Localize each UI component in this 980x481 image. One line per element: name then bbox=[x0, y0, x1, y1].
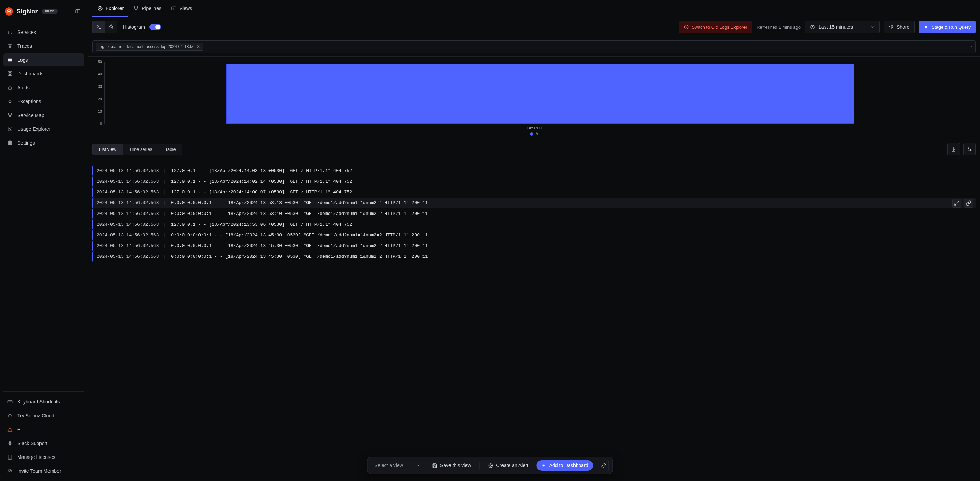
log-row[interactable]: 2024-05-13 14:56:02.563|127.0.0.1 - - [1… bbox=[92, 165, 976, 176]
add-to-dashboard-button[interactable]: Add to Dashboard bbox=[537, 460, 593, 471]
log-timestamp: 2024-05-13 14:56:02.563 bbox=[97, 233, 159, 238]
query-input[interactable]: log.file.name = localhost_access_log.202… bbox=[92, 40, 976, 53]
sidebar-item-services[interactable]: Services bbox=[3, 25, 84, 39]
add-to-dashboard-label: Add to Dashboard bbox=[549, 463, 589, 468]
sidebar-item-label: -- bbox=[18, 427, 21, 432]
run-query-label: Stage & Run Query bbox=[932, 25, 970, 30]
bell-icon bbox=[7, 84, 13, 90]
log-body: 127.0.0.1 - - [18/Apr/2024:13:53:06 +053… bbox=[171, 222, 352, 227]
log-body: 0:0:0:0:0:0:0:1 - - [18/Apr/2024:13:53:1… bbox=[171, 211, 428, 216]
tab-pipelines[interactable]: Pipelines bbox=[129, 0, 166, 17]
separator: | bbox=[161, 190, 168, 195]
filter-chip[interactable]: log.file.name = localhost_access_log.202… bbox=[95, 43, 203, 51]
format-options-button[interactable] bbox=[963, 143, 976, 156]
refreshed-label: Refreshed 1 mins ago bbox=[757, 25, 800, 30]
chart-legend: A bbox=[92, 132, 976, 137]
sidebar-item-label: Keyboard Shortcuts bbox=[18, 399, 60, 405]
floating-action-bar: Select a view Save this view Create an A… bbox=[367, 457, 612, 474]
sidebar-item-manage-licenses[interactable]: Manage Licenses bbox=[3, 451, 84, 464]
create-alert-label: Create an Alert bbox=[496, 463, 528, 468]
separator: | bbox=[161, 222, 168, 227]
share-button[interactable]: Share bbox=[884, 21, 915, 33]
log-list[interactable]: 2024-05-13 14:56:02.563|127.0.0.1 - - [1… bbox=[88, 159, 980, 481]
view-tab-list-view[interactable]: List view bbox=[93, 144, 123, 155]
separator: | bbox=[161, 243, 168, 248]
sidebar-item--[interactable]: -- bbox=[3, 423, 84, 436]
chip-remove-icon[interactable]: ✕ bbox=[197, 44, 200, 49]
gridline bbox=[105, 62, 976, 62]
sidebar-item-exceptions[interactable]: Exceptions bbox=[3, 95, 84, 108]
row-actions bbox=[952, 198, 973, 208]
sidebar-item-invite-team-member[interactable]: Invite Team Member bbox=[3, 464, 84, 478]
save-icon bbox=[432, 463, 438, 468]
sidebar-item-slack-support[interactable]: Slack Support bbox=[3, 437, 84, 450]
log-row[interactable]: 2024-05-13 14:56:02.563|0:0:0:0:0:0:0:1 … bbox=[92, 198, 976, 208]
search-mode-button[interactable] bbox=[92, 21, 105, 33]
download-button[interactable] bbox=[947, 143, 960, 156]
sidebar-item-usage-explorer[interactable]: Usage Explorer bbox=[3, 122, 84, 136]
row-expand-button[interactable] bbox=[952, 198, 961, 208]
view-tab-table[interactable]: Table bbox=[159, 144, 182, 155]
link-button[interactable] bbox=[598, 460, 609, 471]
histogram-toggle[interactable] bbox=[149, 24, 161, 30]
switch-old-explorer-button[interactable]: Switch to Old Logs Explorer bbox=[679, 21, 752, 33]
toolbar: Histogram Switch to Old Logs Explorer Re… bbox=[88, 17, 980, 37]
cloud-icon bbox=[7, 413, 13, 419]
svg-rect-14 bbox=[10, 71, 12, 73]
log-timestamp: 2024-05-13 14:56:02.563 bbox=[97, 254, 159, 259]
time-range-picker[interactable]: Last 15 minutes bbox=[805, 21, 880, 33]
sidebar-item-label: Dashboards bbox=[18, 71, 44, 76]
info-icon bbox=[684, 25, 689, 29]
view-tab-time-series[interactable]: Time series bbox=[123, 144, 159, 155]
bar-chart-icon bbox=[7, 29, 13, 35]
query-expand-icon[interactable] bbox=[969, 44, 973, 49]
svg-point-73 bbox=[490, 465, 492, 467]
tab-views[interactable]: Views bbox=[166, 0, 197, 17]
log-row[interactable]: 2024-05-13 14:56:02.563|0:0:0:0:0:0:0:1 … bbox=[92, 251, 976, 262]
sidebar-item-label: Services bbox=[18, 29, 36, 35]
select-view-dropdown[interactable]: Select a view bbox=[371, 460, 423, 470]
create-alert-button[interactable]: Create an Alert bbox=[484, 460, 531, 470]
save-view-button[interactable]: Save this view bbox=[429, 460, 474, 470]
sidebar-item-try-signoz-cloud[interactable]: Try Signoz Cloud bbox=[3, 409, 84, 422]
log-row[interactable]: 2024-05-13 14:56:02.563|127.0.0.1 - - [1… bbox=[92, 219, 976, 230]
tab-explorer[interactable]: Explorer bbox=[92, 0, 129, 17]
sidebar-item-traces[interactable]: Traces bbox=[3, 40, 84, 52]
run-query-button[interactable]: Stage & Run Query bbox=[919, 21, 976, 33]
sidebar-item-settings[interactable]: Settings bbox=[3, 137, 84, 149]
warning-icon bbox=[7, 426, 13, 433]
sidebar-item-label: Service Map bbox=[18, 113, 45, 118]
sidebar-item-alerts[interactable]: Alerts bbox=[3, 81, 84, 94]
keyboard-icon bbox=[7, 398, 13, 405]
log-timestamp: 2024-05-13 14:56:02.563 bbox=[97, 222, 159, 227]
legend-swatch bbox=[530, 132, 533, 136]
sidebar-item-service-map[interactable]: Service Map bbox=[3, 109, 84, 122]
sidebar-item-keyboard-shortcuts[interactable]: Keyboard Shortcuts bbox=[3, 395, 84, 408]
view-tabs-row: List viewTime seriesTable bbox=[88, 140, 980, 159]
share-label: Share bbox=[897, 24, 909, 30]
send-icon bbox=[889, 25, 894, 29]
svg-point-0 bbox=[8, 11, 10, 13]
log-row[interactable]: 2024-05-13 14:56:02.563|0:0:0:0:0:0:0:1 … bbox=[92, 208, 976, 219]
log-row[interactable]: 2024-05-13 14:56:02.563|127.0.0.1 - - [1… bbox=[92, 176, 976, 187]
log-row[interactable]: 2024-05-13 14:56:02.563|0:0:0:0:0:0:0:1 … bbox=[92, 230, 976, 240]
svg-point-69 bbox=[970, 149, 971, 151]
log-row[interactable]: 2024-05-13 14:56:02.563|0:0:0:0:0:0:0:1 … bbox=[92, 240, 976, 251]
gear-icon bbox=[7, 140, 13, 146]
y-axis-tick: 40 bbox=[98, 72, 102, 76]
builder-mode-button[interactable] bbox=[105, 21, 118, 33]
row-link-button[interactable] bbox=[964, 198, 973, 208]
log-body: 0:0:0:0:0:0:0:1 - - [18/Apr/2024:13:45:3… bbox=[171, 254, 428, 259]
log-row[interactable]: 2024-05-13 14:56:02.563|127.0.0.1 - - [1… bbox=[92, 187, 976, 198]
divider bbox=[479, 462, 480, 469]
builder-mode-group bbox=[92, 21, 118, 33]
grid-icon bbox=[7, 71, 13, 77]
svg-rect-2 bbox=[76, 10, 80, 13]
log-timestamp: 2024-05-13 14:56:02.563 bbox=[97, 200, 159, 206]
svg-rect-41 bbox=[8, 443, 10, 444]
svg-line-70 bbox=[957, 201, 959, 203]
sidebar-item-logs[interactable]: Logs bbox=[3, 53, 84, 67]
sidebar-item-dashboards[interactable]: Dashboards bbox=[3, 67, 84, 80]
plus-icon bbox=[542, 463, 546, 468]
sidebar-collapse-button[interactable] bbox=[73, 6, 83, 17]
